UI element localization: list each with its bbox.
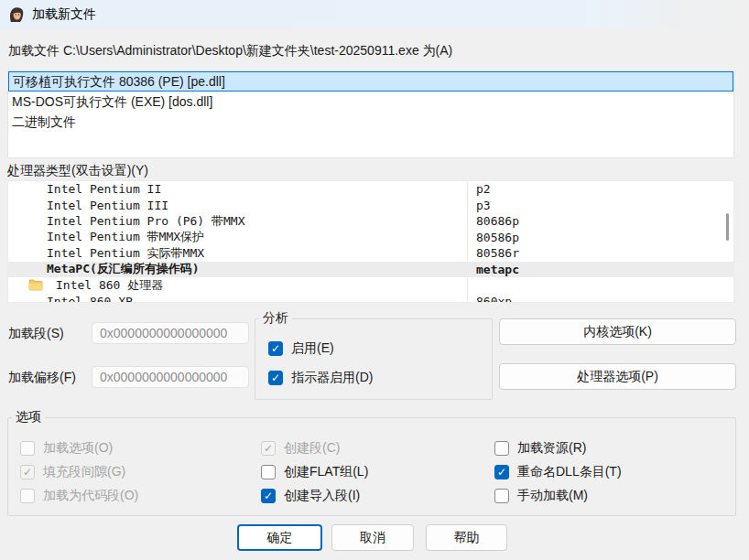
checkbox-label: 重命名DLL条目(T) [517,464,622,480]
processor-id: 80586p [476,230,519,246]
processor-name: Intel Pentium 带MMX保护 [8,229,204,245]
processor-id: p3 [476,198,491,214]
checkbox-item[interactable]: ✓重命名DLL条目(T) [494,464,622,480]
checkbox-checked-icon[interactable]: ✓ [268,371,283,385]
kernel-options-button[interactable]: 内核选项(K) [499,318,736,345]
processor-id: p2 [476,181,491,198]
processor-name: Intel 860 处理器 [49,277,163,294]
checkbox-label: 指示器启用(D) [291,370,373,386]
load-file-label: 加载文件 C:\Users\Administrator\Desktop\新建文件… [8,43,452,59]
checkbox-unchecked-icon[interactable] [494,489,509,503]
cancel-button[interactable]: 取消 [331,524,414,551]
checkbox-item[interactable]: 创建FLAT组(L) [261,464,368,480]
checkbox-item[interactable]: ✓指示器启用(D) [268,370,373,386]
load-segment-input[interactable] [92,322,249,344]
processor-row[interactable]: Intel Pentium 带MMX保护80586p [8,230,733,246]
checkbox-item: 加载选项(O) [20,440,113,457]
processor-type-list[interactable]: Intel Pentium IIp2Intel Pentium IIIp3Int… [7,180,734,303]
help-button[interactable]: 帮助 [426,524,507,551]
processor-id: 80686p [476,213,519,230]
checkbox-checked-icon[interactable]: ✓ [268,341,283,356]
format-list-item[interactable]: MS-DOS可执行文件 (EXE) [dos.dll] [8,92,733,112]
load-offset-label: 加载偏移(F) [8,370,76,386]
checkbox-checked-icon[interactable]: ✓ [261,489,276,503]
format-list-item[interactable]: 可移植可执行文件 80386 (PE) [pe.dll] [8,71,733,92]
analysis-group-title: 分析 [259,310,292,327]
window-title: 加载新文件 [32,6,96,23]
processor-row[interactable]: Intel Pentium 实际带MMX80586r [8,245,733,262]
processor-id: 80586r [476,245,519,262]
checkbox-unchecked-icon [20,441,35,456]
checkbox-label: 启用(E) [291,340,334,357]
checkbox-checked-icon: ✓ [20,465,35,479]
load-offset-input[interactable] [92,366,249,388]
checkbox-item[interactable]: 手动加载(M) [494,488,588,504]
processor-name: Intel Pentium III [8,199,168,212]
processor-name: Intel 860 XP [8,295,133,303]
processor-options-button[interactable]: 处理器选项(P) [499,363,736,390]
file-format-list[interactable]: 可移植可执行文件 80386 (PE) [pe.dll]MS-DOS可执行文件 … [7,70,734,158]
checkbox-unchecked-icon[interactable] [261,465,276,479]
checkbox-label: 加载资源(R) [517,440,586,457]
load-segment-label: 加载段(S) [8,326,64,342]
checkbox-label: 加载为代码段(O) [43,488,138,504]
checkbox-label: 创建导入段(I) [284,488,360,504]
ok-button[interactable]: 确定 [237,524,322,551]
processor-name: Intel Pentium Pro (P6) 带MMX [8,213,245,230]
checkbox-label: 创建FLAT组(L) [284,464,368,480]
scrollbar-thumb[interactable] [726,213,729,241]
checkbox-item: 加载为代码段(O) [20,488,138,504]
processor-id: metapc [476,262,519,278]
checkbox-item[interactable]: 加载资源(R) [494,440,586,457]
folder-icon [28,279,43,291]
processor-name: Intel Pentium II [8,182,161,196]
processor-row[interactable]: Intel Pentium IIIp3 [8,198,733,214]
processor-row[interactable]: Intel Pentium IIp2 [8,181,733,198]
checkbox-item: ✓创建段(C) [261,440,340,457]
checkbox-unchecked-icon[interactable] [494,441,509,456]
processor-row[interactable]: Intel 860 处理器 [8,277,733,294]
options-group-title: 选项 [12,409,45,425]
load-new-file-dialog: 加载新文件 加载文件 C:\Users\Administrator\Deskto… [0,0,749,560]
checkbox-item[interactable]: ✓启用(E) [268,340,334,357]
format-list-item[interactable]: 二进制文件 [8,112,733,132]
titlebar: 加载新文件 [0,0,749,28]
processor-row[interactable]: Intel Pentium Pro (P6) 带MMX80686p [8,213,733,230]
checkbox-item: ✓填充段间隙(G) [20,464,125,480]
ida-app-icon [8,6,25,23]
checkbox-label: 手动加载(M) [517,488,588,504]
checkbox-checked-icon[interactable]: ✓ [494,465,509,479]
processor-row[interactable]: Intel 860 XP860xp [8,294,733,304]
processor-name: MetaPC(反汇编所有操作码) [8,261,200,277]
processor-type-label: 处理器类型(双击设置)(Y) [7,163,148,179]
checkbox-label: 加载选项(O) [43,440,113,457]
processor-row[interactable]: MetaPC(反汇编所有操作码)metapc [8,262,733,278]
processor-id: 860xp [476,294,512,304]
checkbox-item[interactable]: ✓创建导入段(I) [261,488,360,504]
checkbox-unchecked-icon [20,489,35,503]
checkbox-label: 填充段间隙(G) [43,464,125,480]
checkbox-checked-icon: ✓ [261,441,276,456]
processor-name: Intel Pentium 实际带MMX [8,245,204,262]
checkbox-label: 创建段(C) [284,440,340,457]
